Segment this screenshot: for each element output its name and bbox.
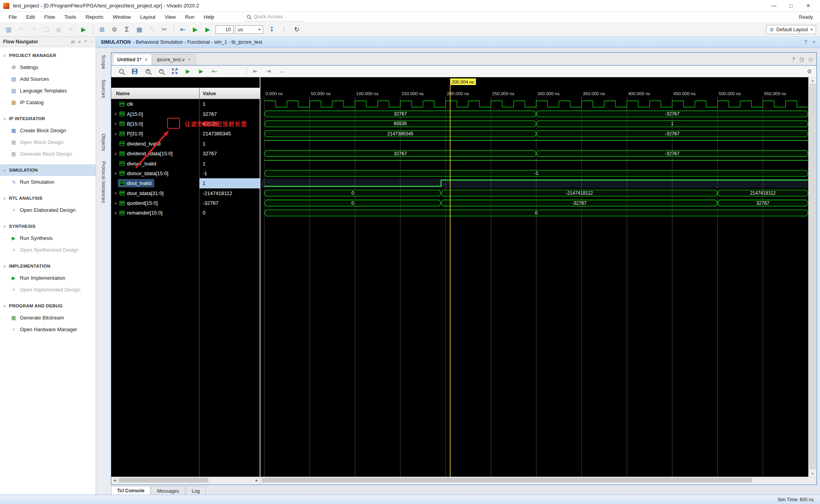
- flow-navigator-header-icon-0[interactable]: ⇄: [71, 39, 75, 44]
- expand-icon[interactable]: >: [113, 201, 118, 206]
- signal-value[interactable]: -1: [200, 169, 260, 178]
- signal-value[interactable]: 1: [200, 178, 260, 188]
- flow-item-run-simulation[interactable]: ∿Run Simulation: [0, 176, 96, 188]
- flow-item-open-elaborated-design[interactable]: >Open Elaborated Design: [0, 204, 96, 216]
- scroll-down-icon[interactable]: ▼: [809, 470, 816, 477]
- flow-item-open-synthesized-design[interactable]: >Open Synthesized Design: [0, 244, 96, 256]
- add-marker-icon[interactable]: +⌐: [210, 67, 219, 76]
- name-column-header[interactable]: Name: [111, 88, 200, 99]
- scroll-right-icon[interactable]: ▶: [253, 477, 260, 483]
- menu-view[interactable]: View: [160, 12, 180, 21]
- float-window-icon[interactable]: ◳: [800, 57, 804, 62]
- layout-selector[interactable]: ⊞ Default Layout ▾: [766, 25, 816, 34]
- side-tab-sources[interactable]: Sources: [101, 80, 106, 98]
- maximize-panel-icon[interactable]: ◻: [809, 57, 813, 62]
- menu-help[interactable]: Help: [199, 12, 219, 21]
- name-hscroll-thumb[interactable]: [119, 478, 209, 483]
- signal-value[interactable]: 32767: [200, 149, 260, 158]
- signal-value[interactable]: -32767: [200, 198, 260, 208]
- side-tab-objects[interactable]: Objects: [101, 134, 106, 151]
- scroll-up-icon[interactable]: ▲: [809, 77, 816, 83]
- help-icon[interactable]: ?: [804, 39, 807, 45]
- waveform-area[interactable]: 0.000 ns50.000 ns100.000 ns150.000 ns200…: [260, 77, 808, 477]
- relaunch-sim-icon[interactable]: ↻: [292, 25, 301, 34]
- flow-item-language-templates[interactable]: ▤Language Templates: [0, 85, 96, 96]
- signal-name-cell[interactable]: >A[15:0]: [111, 109, 200, 119]
- menu-layout[interactable]: Layout: [135, 12, 160, 21]
- run-all-icon[interactable]: ▶: [191, 25, 200, 34]
- value-wave-splitter[interactable]: [260, 77, 260, 477]
- flow-item-settings[interactable]: ⚙Settings: [0, 61, 96, 73]
- tab-ipcore-test-v[interactable]: ipcore_test.v×: [153, 54, 195, 65]
- maximize-button[interactable]: □: [783, 0, 800, 11]
- expand-icon[interactable]: >: [113, 211, 118, 215]
- signal-name-cell[interactable]: clk: [111, 99, 200, 109]
- flow-item-generate-block-design[interactable]: ▦Generate Block Design: [0, 148, 96, 160]
- flow-section-project-manager[interactable]: ∨PROJECT MANAGER: [0, 50, 96, 61]
- menu-flow[interactable]: Flow: [39, 12, 59, 21]
- signal-value[interactable]: 1: [200, 99, 260, 109]
- vertical-scrollbar[interactable]: ▲ ▼: [808, 77, 816, 477]
- swap-cursors-icon[interactable]: ↔: [277, 67, 287, 76]
- menu-tools[interactable]: Tools: [60, 12, 81, 21]
- quick-access-search[interactable]: Quick Access: [244, 13, 303, 21]
- run-for-time-icon[interactable]: ▶: [203, 25, 212, 34]
- panel-help-icon[interactable]: ?: [792, 57, 795, 62]
- signal-value[interactable]: -2147418112: [200, 188, 260, 198]
- flow-item-open-hardware-manager[interactable]: >Open Hardware Manager: [0, 323, 96, 335]
- report-icon[interactable]: Σ: [122, 25, 132, 34]
- expand-icon[interactable]: >: [113, 112, 118, 116]
- flow-item-generate-bitstream[interactable]: ▦Generate Bitstream: [0, 312, 96, 323]
- menu-reports[interactable]: Reports: [81, 12, 108, 21]
- zoom-out-icon[interactable]: −: [157, 67, 166, 76]
- flow-item-ip-catalog[interactable]: ▦IP Catalog: [0, 96, 96, 108]
- value-column-header[interactable]: Value: [200, 88, 260, 99]
- expand-icon[interactable]: >: [113, 151, 118, 156]
- side-tab-scope[interactable]: Scope: [101, 55, 106, 69]
- go-to-time-zero-icon[interactable]: ⇤: [251, 67, 260, 76]
- go-to-last-time-icon[interactable]: ⇥: [264, 67, 273, 76]
- layout-grid-icon[interactable]: ▦: [135, 25, 144, 34]
- vertical-scroll-thumb[interactable]: [809, 84, 816, 469]
- flow-section-ip-integrator[interactable]: ∨IP INTEGRATOR: [0, 113, 96, 124]
- wave-hscrollbar[interactable]: [260, 477, 808, 483]
- flow-section-implementation[interactable]: ∨IMPLEMENTATION: [0, 260, 96, 272]
- signal-value[interactable]: 32767: [200, 109, 260, 119]
- time-unit-select[interactable]: us ▾: [235, 25, 263, 34]
- minimize-button[interactable]: —: [765, 0, 783, 11]
- run-icon[interactable]: ▶: [79, 25, 88, 34]
- name-value-divider[interactable]: [199, 88, 200, 477]
- scroll-left-icon[interactable]: ◀: [111, 477, 118, 483]
- flow-item-open-block-design[interactable]: ▦Open Block Design: [0, 136, 96, 148]
- flow-section-rtl-analysis[interactable]: ∨RTL ANALYSIS: [0, 192, 96, 204]
- side-tab-protocol-instances[interactable]: Protocol Instances: [101, 161, 106, 203]
- run-time-input[interactable]: 10: [216, 25, 234, 34]
- close-icon[interactable]: ×: [813, 39, 815, 45]
- menu-window[interactable]: Window: [108, 12, 135, 21]
- flow-item-open-implemented-design[interactable]: >Open Implemented Design: [0, 284, 96, 295]
- wave-settings-gear-icon[interactable]: ⚙: [807, 68, 812, 75]
- close-tab-icon[interactable]: ×: [145, 57, 148, 62]
- restart-sim-icon[interactable]: ⇤: [178, 25, 187, 34]
- menu-edit[interactable]: Edit: [21, 12, 39, 21]
- signal-value[interactable]: 0: [200, 208, 260, 218]
- zoom-to-cursor-icon[interactable]: ▶: [183, 67, 193, 76]
- probe-icon[interactable]: ✂: [160, 25, 169, 34]
- flow-navigator-header-icon-3[interactable]: −: [90, 39, 93, 44]
- flow-navigator-header-icon-2[interactable]: ?: [84, 39, 86, 44]
- flow-item-add-sources[interactable]: ▤Add Sources: [0, 73, 96, 85]
- expand-icon[interactable]: >: [113, 171, 118, 176]
- expand-icon[interactable]: >: [113, 191, 118, 195]
- close-tab-icon[interactable]: ×: [188, 57, 191, 62]
- name-panel-hscrollbar[interactable]: ◀ ▶: [111, 477, 260, 483]
- zoom-in-icon[interactable]: +: [143, 67, 153, 76]
- signal-value[interactable]: 1: [200, 139, 260, 149]
- save-waveform-icon[interactable]: [130, 67, 139, 76]
- zoom-fit-icon[interactable]: [170, 67, 179, 76]
- tab-untitled-1[interactable]: Untitled 1*×: [113, 54, 152, 65]
- flow-item-run-synthesis[interactable]: ▶Run Synthesis: [0, 232, 96, 244]
- open-project-icon[interactable]: ▥: [4, 25, 13, 34]
- wave-hscroll-thumb[interactable]: [262, 478, 752, 483]
- expand-icon[interactable]: >: [113, 131, 118, 136]
- step-icon[interactable]: ↧: [267, 25, 276, 34]
